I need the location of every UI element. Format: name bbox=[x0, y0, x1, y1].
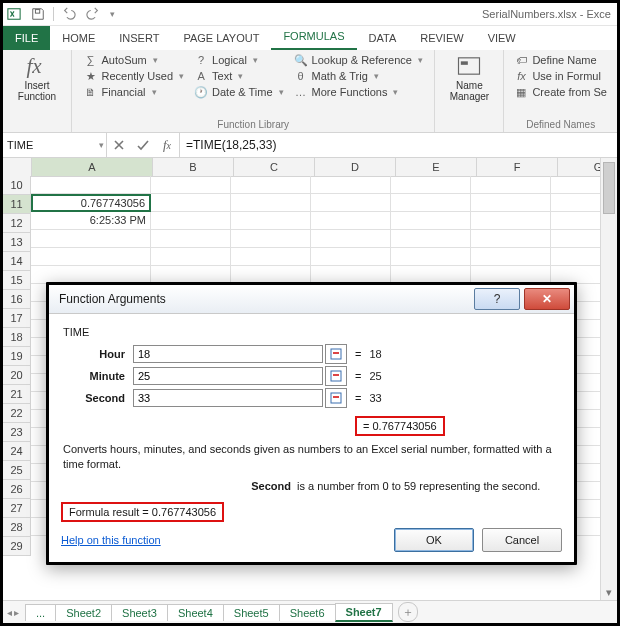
logical-button[interactable]: ?Logical▾ bbox=[190, 52, 288, 68]
col-header-C[interactable]: C bbox=[234, 158, 315, 176]
insert-function-fx-button[interactable]: fx bbox=[155, 133, 179, 157]
save-icon[interactable] bbox=[29, 5, 47, 23]
undo-icon[interactable] bbox=[60, 5, 78, 23]
sheet-tab[interactable]: Sheet3 bbox=[111, 604, 168, 621]
create-from-selection-button[interactable]: ▦Create from Se bbox=[510, 84, 611, 100]
more-functions-button[interactable]: …More Functions▾ bbox=[290, 84, 427, 100]
cell-A14[interactable] bbox=[31, 248, 151, 266]
col-header-A[interactable]: A bbox=[32, 158, 153, 176]
vertical-scrollbar[interactable]: ▴ ▾ bbox=[600, 158, 617, 600]
formula-input[interactable]: =TIME(18,25,33) bbox=[180, 138, 617, 152]
name-manager-button[interactable]: Name Manager bbox=[445, 52, 493, 102]
cell-C12[interactable] bbox=[231, 212, 311, 230]
financial-button[interactable]: 🗎Financial▾ bbox=[80, 84, 189, 100]
tab-home[interactable]: HOME bbox=[50, 26, 107, 50]
math-trig-button[interactable]: θMath & Trig▾ bbox=[290, 68, 427, 84]
name-box[interactable]: TIME ▾ bbox=[3, 133, 107, 157]
sheet-tab[interactable]: Sheet4 bbox=[167, 604, 224, 621]
row-header-19[interactable]: 19 bbox=[3, 347, 31, 366]
help-on-function-link[interactable]: Help on this function bbox=[61, 534, 386, 546]
collapse-dialog-button[interactable] bbox=[325, 344, 347, 364]
row-header-18[interactable]: 18 bbox=[3, 328, 31, 347]
collapse-dialog-button[interactable] bbox=[325, 366, 347, 386]
tab-formulas[interactable]: FORMULAS bbox=[271, 24, 356, 50]
define-name-button[interactable]: 🏷Define Name bbox=[510, 52, 611, 68]
row-header-27[interactable]: 27 bbox=[3, 499, 31, 518]
cell-A13[interactable] bbox=[31, 230, 151, 248]
col-header-B[interactable]: B bbox=[153, 158, 234, 176]
row-header-21[interactable]: 21 bbox=[3, 385, 31, 404]
row-header-25[interactable]: 25 bbox=[3, 461, 31, 480]
row-header-29[interactable]: 29 bbox=[3, 537, 31, 556]
enter-edit-button[interactable] bbox=[131, 133, 155, 157]
sheet-tab[interactable]: Sheet6 bbox=[279, 604, 336, 621]
cell-D11[interactable] bbox=[311, 194, 391, 212]
tab-file[interactable]: FILE bbox=[3, 26, 50, 50]
arg-hour-input[interactable] bbox=[133, 345, 323, 363]
cell-F14[interactable] bbox=[471, 248, 551, 266]
arg-second-input[interactable] bbox=[133, 389, 323, 407]
row-header-13[interactable]: 13 bbox=[3, 233, 31, 252]
cell-C13[interactable] bbox=[231, 230, 311, 248]
sheet-tab-active[interactable]: Sheet7 bbox=[335, 603, 393, 622]
recently-used-button[interactable]: ★Recently Used▾ bbox=[80, 68, 189, 84]
cancel-edit-button[interactable] bbox=[107, 133, 131, 157]
row-header-17[interactable]: 17 bbox=[3, 309, 31, 328]
cell-B10[interactable] bbox=[151, 176, 231, 194]
select-all-corner[interactable] bbox=[3, 158, 32, 176]
row-header-28[interactable]: 28 bbox=[3, 518, 31, 537]
row-header-26[interactable]: 26 bbox=[3, 480, 31, 499]
dialog-close-button[interactable]: ✕ bbox=[524, 288, 570, 310]
tab-page-layout[interactable]: PAGE LAYOUT bbox=[171, 26, 271, 50]
tab-data[interactable]: DATA bbox=[357, 26, 409, 50]
sheet-tab[interactable]: Sheet2 bbox=[55, 604, 112, 621]
arg-minute-input[interactable] bbox=[133, 367, 323, 385]
cell-D14[interactable] bbox=[311, 248, 391, 266]
cell-B14[interactable] bbox=[151, 248, 231, 266]
cell-E10[interactable] bbox=[391, 176, 471, 194]
row-header-15[interactable]: 15 bbox=[3, 271, 31, 290]
row-header-24[interactable]: 24 bbox=[3, 442, 31, 461]
sheet-nav[interactable]: ◂▸ bbox=[7, 607, 25, 618]
cell-C14[interactable] bbox=[231, 248, 311, 266]
date-time-button[interactable]: 🕐Date & Time▾ bbox=[190, 84, 288, 100]
cell-B12[interactable] bbox=[151, 212, 231, 230]
row-header-20[interactable]: 20 bbox=[3, 366, 31, 385]
scroll-down-icon[interactable]: ▾ bbox=[601, 584, 617, 600]
use-in-formula-button[interactable]: fxUse in Formul bbox=[510, 68, 611, 84]
cell-B11[interactable] bbox=[151, 194, 231, 212]
cancel-button[interactable]: Cancel bbox=[482, 528, 562, 552]
chevron-down-icon[interactable]: ▾ bbox=[99, 140, 104, 150]
tab-insert[interactable]: INSERT bbox=[107, 26, 171, 50]
cell-A10[interactable] bbox=[31, 176, 151, 194]
sheet-tab[interactable]: Sheet5 bbox=[223, 604, 280, 621]
sheet-tab-more[interactable]: ... bbox=[25, 604, 56, 621]
new-sheet-button[interactable]: ＋ bbox=[398, 602, 418, 622]
row-header-14[interactable]: 14 bbox=[3, 252, 31, 271]
redo-icon[interactable] bbox=[84, 5, 102, 23]
cell-D13[interactable] bbox=[311, 230, 391, 248]
scroll-thumb[interactable] bbox=[603, 162, 615, 214]
lookup-button[interactable]: 🔍Lookup & Reference▾ bbox=[290, 52, 427, 68]
tab-view[interactable]: VIEW bbox=[476, 26, 528, 50]
cell-E11[interactable] bbox=[391, 194, 471, 212]
nav-next-icon[interactable]: ▸ bbox=[14, 607, 19, 618]
ok-button[interactable]: OK bbox=[394, 528, 474, 552]
cell-C11[interactable] bbox=[231, 194, 311, 212]
row-header-23[interactable]: 23 bbox=[3, 423, 31, 442]
cell-C10[interactable] bbox=[231, 176, 311, 194]
tab-review[interactable]: REVIEW bbox=[408, 26, 475, 50]
col-header-F[interactable]: F bbox=[477, 158, 558, 176]
cell-A12[interactable]: 6:25:33 PM bbox=[31, 212, 151, 230]
cell-F11[interactable] bbox=[471, 194, 551, 212]
cell-E14[interactable] bbox=[391, 248, 471, 266]
cell-E12[interactable] bbox=[391, 212, 471, 230]
col-header-D[interactable]: D bbox=[315, 158, 396, 176]
cell-D12[interactable] bbox=[311, 212, 391, 230]
cell-E13[interactable] bbox=[391, 230, 471, 248]
row-header-12[interactable]: 12 bbox=[3, 214, 31, 233]
autosum-button[interactable]: ∑AutoSum▾ bbox=[80, 52, 189, 68]
row-header-11[interactable]: 11 bbox=[3, 195, 31, 214]
text-button[interactable]: AText▾ bbox=[190, 68, 288, 84]
cell-D10[interactable] bbox=[311, 176, 391, 194]
